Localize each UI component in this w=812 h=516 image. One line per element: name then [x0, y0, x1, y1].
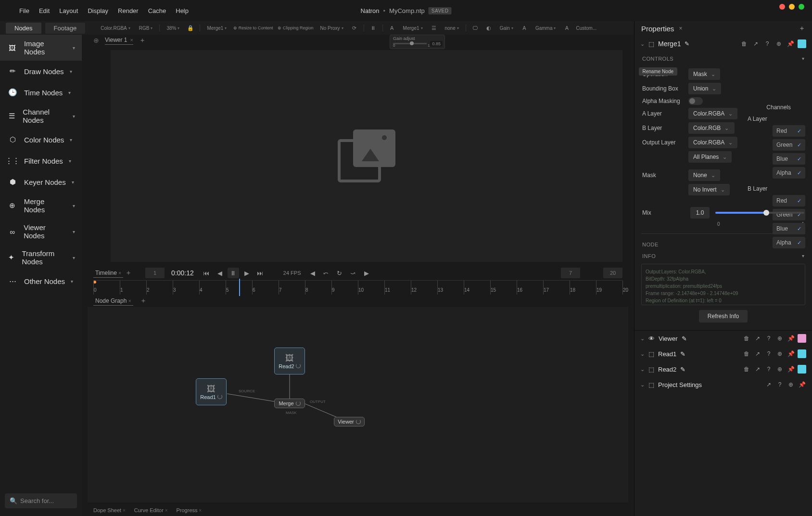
stack-read2[interactable]: ⌄⬚ Read2✎ 🗑↗?⊕📌: [634, 361, 812, 377]
operation-dropdown[interactable]: Mask: [688, 68, 720, 80]
viewport[interactable]: [111, 50, 622, 262]
stack-project[interactable]: ⌄⬚ Project Settings ↗?⊕📌: [634, 377, 812, 392]
node-graph-tab[interactable]: Node Graph ×: [93, 297, 133, 306]
b-green-chip[interactable]: Green✓: [773, 209, 805, 220]
tab-curve[interactable]: Curve Editor: [134, 507, 168, 513]
allplanes-dropdown[interactable]: All Planes: [688, 151, 732, 163]
tab-dopesheet[interactable]: Dope Sheet: [93, 507, 126, 513]
timeline-add-icon[interactable]: ＋: [125, 269, 132, 277]
cat-merge[interactable]: ⊕Merge Nodes▾: [0, 193, 82, 219]
alayer-dropdown[interactable]: Color.RGBA: [688, 108, 737, 119]
tl-icon-2[interactable]: ⤺: [320, 268, 332, 278]
refresh-info-button[interactable]: Refresh Info: [699, 310, 748, 322]
node-merge[interactable]: Merge: [274, 399, 305, 408]
crosshair-icon[interactable]: ⊕: [93, 37, 99, 44]
a-green-chip[interactable]: Green✓: [773, 139, 805, 151]
section-info[interactable]: INFO▾: [634, 249, 812, 261]
tab-footage[interactable]: Footage: [45, 23, 86, 34]
alphamask-toggle[interactable]: [688, 97, 703, 105]
a-blue-chip[interactable]: Blue✓: [773, 153, 805, 165]
a2-icon[interactable]: A: [562, 24, 571, 32]
menu-cache[interactable]: Cache: [148, 7, 166, 14]
b-alpha-chip[interactable]: Alpha✓: [773, 237, 805, 248]
colorspace-dropdown[interactable]: Color.RGBA: [99, 25, 132, 32]
resize-btn[interactable]: ⊕ Resize to Content: [233, 26, 273, 30]
menu-display[interactable]: Display: [88, 7, 108, 14]
menu-edit[interactable]: Edit: [39, 7, 50, 14]
node-color-swatch[interactable]: [798, 39, 806, 48]
mix-input[interactable]: 1.0: [690, 207, 710, 219]
tl-icon-1[interactable]: ◀: [307, 268, 318, 278]
a-alpha-chip[interactable]: Alpha✓: [773, 167, 805, 179]
channels-dropdown[interactable]: RGB: [137, 25, 155, 32]
next-frame-icon[interactable]: ▶: [241, 268, 253, 278]
blayer-dropdown[interactable]: Color.RGB: [688, 122, 735, 134]
tl-icon-3[interactable]: ↻: [334, 268, 345, 278]
list-icon[interactable]: ☰: [430, 24, 438, 32]
refresh-icon[interactable]: ⟳: [350, 24, 359, 32]
collapse-icon[interactable]: ⌄: [640, 41, 645, 47]
trash-icon[interactable]: 🗑: [740, 39, 749, 48]
b-blue-chip[interactable]: Blue✓: [773, 223, 805, 234]
viewer-tab-1[interactable]: Viewer 1×: [105, 37, 133, 45]
frame-end[interactable]: 20: [603, 268, 622, 278]
viewer-tab-close-icon[interactable]: ×: [130, 37, 133, 43]
tl-icon-5[interactable]: ▶: [361, 268, 372, 278]
cat-transform[interactable]: ✦Transform Nodes▾: [0, 245, 82, 271]
menu-render[interactable]: Render: [118, 7, 139, 14]
menu-file[interactable]: File: [19, 7, 29, 14]
viewer-tab-add-icon[interactable]: ＋: [139, 36, 146, 45]
node-read2[interactable]: 🖼Read2: [274, 348, 305, 374]
node-viewer[interactable]: Viewer: [334, 417, 365, 426]
none-dropdown[interactable]: none: [443, 25, 461, 32]
search-input[interactable]: 🔍 Search for...: [5, 493, 77, 508]
cat-color[interactable]: ⬡Color Nodes▾: [0, 129, 82, 150]
graph-tab-add-icon[interactable]: ＋: [140, 297, 147, 305]
help-icon[interactable]: ?: [763, 39, 772, 48]
rename-icon[interactable]: ✎: [685, 40, 689, 47]
external-icon[interactable]: ↗: [751, 39, 760, 48]
properties-add-icon[interactable]: ＋: [799, 24, 805, 33]
pause-button[interactable]: ⏸: [228, 268, 239, 278]
tab-nodes[interactable]: Nodes: [6, 23, 41, 34]
tab-progress[interactable]: Progress: [177, 507, 202, 513]
gamma-dropdown[interactable]: Gamma: [533, 25, 558, 32]
bbox-dropdown[interactable]: Union: [688, 83, 721, 94]
tl-icon-4[interactable]: ⤻: [347, 268, 359, 278]
lock-icon[interactable]: 🔒: [186, 24, 195, 32]
stack-read1[interactable]: ⌄⬚ Read1✎ 🗑↗?⊕📌: [634, 346, 812, 361]
menu-layout[interactable]: Layout: [59, 7, 78, 14]
cat-keyer[interactable]: ⬢Keyer Nodes▾: [0, 171, 82, 193]
cat-draw[interactable]: ✏Draw Nodes▾: [0, 61, 82, 82]
invert-dropdown[interactable]: No Invert: [688, 184, 730, 195]
frame-cur[interactable]: 7: [561, 268, 580, 278]
contrast-icon[interactable]: ◐: [484, 24, 493, 32]
menu-help[interactable]: Help: [176, 7, 189, 14]
proxy-dropdown[interactable]: No Proxy: [318, 25, 345, 32]
frame-start[interactable]: 1: [145, 268, 165, 278]
node-graph[interactable]: 🖼Read1 🖼Read2 Merge Viewer SOURCE MASK O…: [88, 307, 628, 503]
node-read1[interactable]: 🖼Read1: [196, 378, 227, 405]
merge-dropdown-a[interactable]: Merge1: [205, 25, 228, 32]
cat-filter[interactable]: ⋮⋮Filter Nodes▾: [0, 150, 82, 171]
b-red-chip[interactable]: Red✓: [773, 195, 805, 206]
pin-icon[interactable]: 📌: [786, 39, 795, 48]
clip-btn[interactable]: ⊕ Clipping Region: [278, 26, 313, 30]
gain-dropdown[interactable]: Gain: [498, 25, 515, 32]
fps-display[interactable]: 24 FPS: [279, 270, 305, 276]
prev-frame-icon[interactable]: ◀: [214, 268, 226, 278]
merge-dropdown-b[interactable]: Merge1: [401, 25, 425, 32]
monitor-icon[interactable]: 🖵: [471, 24, 480, 32]
timeline-tab[interactable]: Timeline ×: [93, 269, 123, 278]
mix-slider[interactable]: [715, 212, 804, 214]
a-icon[interactable]: A: [520, 24, 529, 32]
first-frame-icon[interactable]: ⏮: [201, 268, 212, 278]
cat-time[interactable]: 🕒Time Nodes▾: [0, 82, 82, 103]
cat-channel[interactable]: ☰Channel Nodes▾: [0, 103, 82, 129]
custom-btn[interactable]: Custom...: [576, 26, 596, 31]
playhead[interactable]: [239, 279, 240, 296]
text-icon[interactable]: A: [388, 24, 396, 32]
mask-dropdown[interactable]: None: [688, 169, 720, 181]
cat-viewer[interactable]: ∞Viewer Nodes▾: [0, 219, 82, 245]
pause-icon[interactable]: ⏸: [369, 24, 378, 32]
